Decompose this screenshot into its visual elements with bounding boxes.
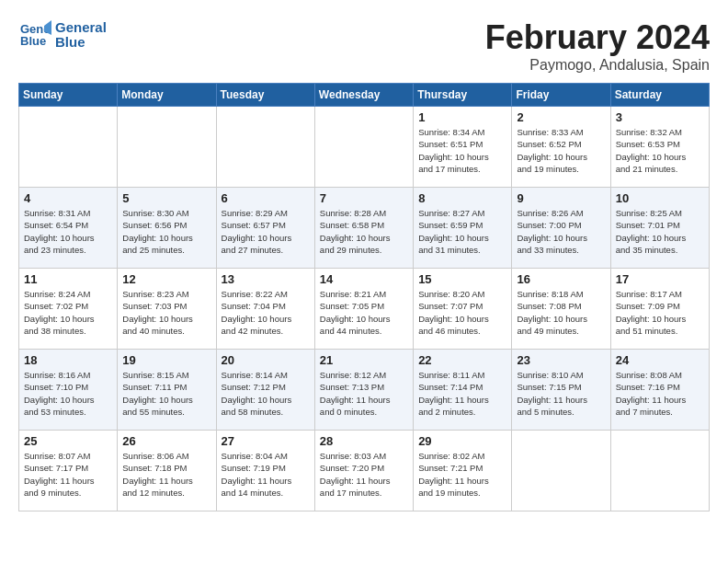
day-info: Sunrise: 8:29 AM Sunset: 6:57 PM Dayligh… [222, 207, 310, 256]
day-info: Sunrise: 8:16 AM Sunset: 7:10 PM Dayligh… [24, 369, 112, 418]
week-row-4: 18Sunrise: 8:16 AM Sunset: 7:10 PM Dayli… [19, 350, 710, 431]
week-row-5: 25Sunrise: 8:07 AM Sunset: 7:17 PM Dayli… [19, 431, 710, 511]
day-info: Sunrise: 8:22 AM Sunset: 7:04 PM Dayligh… [222, 288, 310, 337]
month-title: February 2024 [485, 18, 710, 57]
day-info: Sunrise: 8:28 AM Sunset: 6:58 PM Dayligh… [320, 207, 408, 256]
day-info: Sunrise: 8:25 AM Sunset: 7:01 PM Dayligh… [616, 207, 704, 256]
day-cell: 10Sunrise: 8:25 AM Sunset: 7:01 PM Dayli… [610, 188, 709, 269]
day-number: 14 [320, 272, 408, 286]
day-number: 6 [222, 191, 310, 205]
day-number: 13 [222, 272, 310, 286]
weekday-header-tuesday: Tuesday [216, 84, 314, 107]
day-cell: 22Sunrise: 8:11 AM Sunset: 7:14 PM Dayli… [414, 350, 512, 431]
logo: General Blue General Blue [18, 18, 107, 52]
day-cell [19, 107, 118, 188]
day-info: Sunrise: 8:30 AM Sunset: 6:56 PM Dayligh… [122, 207, 210, 256]
day-number: 4 [24, 191, 112, 205]
day-cell [610, 431, 709, 511]
weekday-header-wednesday: Wednesday [314, 84, 413, 107]
week-row-3: 11Sunrise: 8:24 AM Sunset: 7:02 PM Dayli… [19, 269, 710, 350]
day-cell [216, 107, 314, 188]
logo-wordmark: General Blue [55, 20, 107, 51]
day-number: 12 [122, 272, 210, 286]
day-cell: 4Sunrise: 8:31 AM Sunset: 6:54 PM Daylig… [19, 188, 118, 269]
day-number: 2 [517, 110, 605, 124]
logo-line2: Blue [55, 35, 107, 51]
day-cell: 2Sunrise: 8:33 AM Sunset: 6:52 PM Daylig… [512, 107, 610, 188]
day-cell: 12Sunrise: 8:23 AM Sunset: 7:03 PM Dayli… [118, 269, 216, 350]
day-number: 28 [320, 434, 408, 448]
day-cell [314, 107, 413, 188]
day-info: Sunrise: 8:21 AM Sunset: 7:05 PM Dayligh… [320, 288, 408, 337]
day-cell: 6Sunrise: 8:29 AM Sunset: 6:57 PM Daylig… [216, 188, 314, 269]
logo-line1: General [55, 20, 107, 36]
logo-icon: General Blue [18, 18, 51, 52]
day-number: 5 [122, 191, 210, 205]
day-number: 29 [418, 434, 506, 448]
day-cell: 23Sunrise: 8:10 AM Sunset: 7:15 PM Dayli… [512, 350, 610, 431]
day-number: 10 [616, 191, 704, 205]
day-cell: 9Sunrise: 8:26 AM Sunset: 7:00 PM Daylig… [512, 188, 610, 269]
day-number: 7 [320, 191, 408, 205]
day-number: 23 [517, 353, 605, 367]
day-cell: 8Sunrise: 8:27 AM Sunset: 6:59 PM Daylig… [414, 188, 512, 269]
day-cell: 29Sunrise: 8:02 AM Sunset: 7:21 PM Dayli… [414, 431, 512, 511]
day-cell: 25Sunrise: 8:07 AM Sunset: 7:17 PM Dayli… [19, 431, 118, 511]
day-number: 3 [616, 110, 704, 124]
day-number: 16 [517, 272, 605, 286]
title-block: February 2024 Paymogo, Andalusia, Spain [485, 18, 710, 74]
day-cell [512, 431, 610, 511]
day-info: Sunrise: 8:34 AM Sunset: 6:51 PM Dayligh… [418, 126, 506, 175]
day-cell: 7Sunrise: 8:28 AM Sunset: 6:58 PM Daylig… [314, 188, 413, 269]
day-number: 9 [517, 191, 605, 205]
header: General Blue General Blue February 2024 … [18, 18, 710, 74]
day-info: Sunrise: 8:15 AM Sunset: 7:11 PM Dayligh… [122, 369, 210, 418]
day-cell: 21Sunrise: 8:12 AM Sunset: 7:13 PM Dayli… [314, 350, 413, 431]
week-row-2: 4Sunrise: 8:31 AM Sunset: 6:54 PM Daylig… [19, 188, 710, 269]
day-info: Sunrise: 8:20 AM Sunset: 7:07 PM Dayligh… [418, 288, 506, 337]
day-info: Sunrise: 8:02 AM Sunset: 7:21 PM Dayligh… [418, 450, 506, 499]
weekday-header-monday: Monday [118, 84, 216, 107]
day-cell: 13Sunrise: 8:22 AM Sunset: 7:04 PM Dayli… [216, 269, 314, 350]
day-info: Sunrise: 8:06 AM Sunset: 7:18 PM Dayligh… [122, 450, 210, 499]
day-cell: 17Sunrise: 8:17 AM Sunset: 7:09 PM Dayli… [610, 269, 709, 350]
day-info: Sunrise: 8:07 AM Sunset: 7:17 PM Dayligh… [24, 450, 112, 499]
day-cell: 26Sunrise: 8:06 AM Sunset: 7:18 PM Dayli… [118, 431, 216, 511]
day-cell: 5Sunrise: 8:30 AM Sunset: 6:56 PM Daylig… [118, 188, 216, 269]
day-number: 19 [122, 353, 210, 367]
day-info: Sunrise: 8:26 AM Sunset: 7:00 PM Dayligh… [517, 207, 605, 256]
day-number: 24 [616, 353, 704, 367]
day-number: 15 [418, 272, 506, 286]
day-cell: 27Sunrise: 8:04 AM Sunset: 7:19 PM Dayli… [216, 431, 314, 511]
week-row-1: 1Sunrise: 8:34 AM Sunset: 6:51 PM Daylig… [19, 107, 710, 188]
day-cell: 24Sunrise: 8:08 AM Sunset: 7:16 PM Dayli… [610, 350, 709, 431]
day-number: 1 [418, 110, 506, 124]
day-number: 20 [222, 353, 310, 367]
day-cell: 16Sunrise: 8:18 AM Sunset: 7:08 PM Dayli… [512, 269, 610, 350]
day-cell: 15Sunrise: 8:20 AM Sunset: 7:07 PM Dayli… [414, 269, 512, 350]
day-cell: 19Sunrise: 8:15 AM Sunset: 7:11 PM Dayli… [118, 350, 216, 431]
day-info: Sunrise: 8:12 AM Sunset: 7:13 PM Dayligh… [320, 369, 408, 418]
day-info: Sunrise: 8:24 AM Sunset: 7:02 PM Dayligh… [24, 288, 112, 337]
day-cell: 11Sunrise: 8:24 AM Sunset: 7:02 PM Dayli… [19, 269, 118, 350]
day-info: Sunrise: 8:32 AM Sunset: 6:53 PM Dayligh… [616, 126, 704, 175]
day-info: Sunrise: 8:04 AM Sunset: 7:19 PM Dayligh… [222, 450, 310, 499]
calendar-table: SundayMondayTuesdayWednesdayThursdayFrid… [18, 83, 710, 511]
day-info: Sunrise: 8:10 AM Sunset: 7:15 PM Dayligh… [517, 369, 605, 418]
day-cell: 3Sunrise: 8:32 AM Sunset: 6:53 PM Daylig… [610, 107, 709, 188]
weekday-header-sunday: Sunday [19, 84, 118, 107]
svg-text:Blue: Blue [20, 34, 46, 48]
day-cell: 18Sunrise: 8:16 AM Sunset: 7:10 PM Dayli… [19, 350, 118, 431]
day-info: Sunrise: 8:31 AM Sunset: 6:54 PM Dayligh… [24, 207, 112, 256]
day-number: 11 [24, 272, 112, 286]
day-cell: 20Sunrise: 8:14 AM Sunset: 7:12 PM Dayli… [216, 350, 314, 431]
day-number: 25 [24, 434, 112, 448]
day-info: Sunrise: 8:18 AM Sunset: 7:08 PM Dayligh… [517, 288, 605, 337]
day-number: 22 [418, 353, 506, 367]
day-info: Sunrise: 8:14 AM Sunset: 7:12 PM Dayligh… [222, 369, 310, 418]
day-number: 8 [418, 191, 506, 205]
day-cell [118, 107, 216, 188]
location-title: Paymogo, Andalusia, Spain [485, 57, 710, 74]
day-number: 18 [24, 353, 112, 367]
weekday-header-friday: Friday [512, 84, 610, 107]
